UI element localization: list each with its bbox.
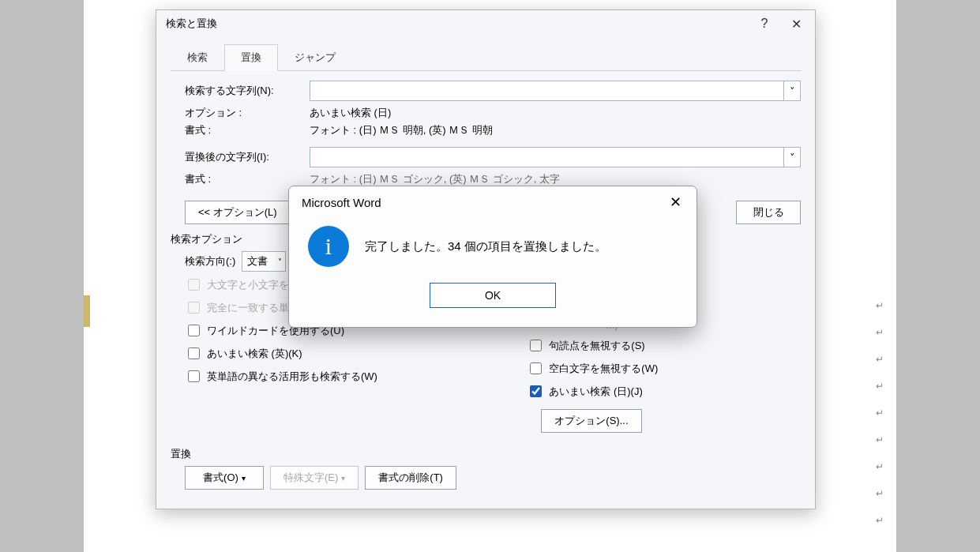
check-fuzzy-jp-label: あいまい検索 (日)(J) xyxy=(549,385,642,399)
tab-strip: 検索 置換 ジャンプ xyxy=(171,43,801,71)
selection-highlight xyxy=(84,295,90,327)
alert-body: i 完了しました。34 個の項目を置換しました。 xyxy=(289,218,697,272)
options-toggle-button[interactable]: << オプション(L) xyxy=(185,201,291,224)
direction-value: 文書 xyxy=(247,254,268,268)
close-dialog-button[interactable]: 閉じる xyxy=(736,201,801,224)
direction-select[interactable]: 文書 ˅ xyxy=(242,251,286,272)
check-fuzzy-jp-box[interactable] xyxy=(530,385,542,397)
check-wildcard-box[interactable] xyxy=(188,325,200,336)
check-whitespace-box[interactable] xyxy=(530,362,542,374)
check-verb-box[interactable] xyxy=(188,370,200,382)
check-verb[interactable]: 英単語の異なる活用形も検索する(W) xyxy=(185,368,385,385)
chevron-down-icon: ˅ xyxy=(278,257,282,266)
special-button: 特殊文字(E) xyxy=(270,466,359,490)
option-label: オプション : xyxy=(185,106,303,120)
check-case-box xyxy=(188,279,200,291)
replace-combo: ˅ xyxy=(310,147,801,167)
dialog-titlebar: 検索と置換 ? ✕ xyxy=(156,10,815,37)
check-fuzzy-en-label: あいまい検索 (英)(K) xyxy=(207,347,302,361)
chevron-down-icon: ˅ xyxy=(790,85,795,97)
format-value: フォント : (日) ＭＳ 明朝, (英) ＭＳ 明朝 xyxy=(310,123,801,137)
check-whitespace-label: 空白文字を無視する(W) xyxy=(549,362,658,376)
fuzzy-options-button[interactable]: オプション(S)... xyxy=(541,409,641,433)
search-field-row: 検索する文字列(N): ˅ xyxy=(185,81,801,101)
format-label: 書式 : xyxy=(185,123,303,137)
tab-replace[interactable]: 置換 xyxy=(224,44,278,71)
dialog-title: 検索と置換 xyxy=(166,17,749,31)
alert-footer: OK xyxy=(289,272,697,327)
option-value: あいまい検索 (日) xyxy=(310,106,801,120)
check-verb-label: 英単語の異なる活用形も検索する(W) xyxy=(207,370,377,384)
check-whitespace[interactable]: 空白文字を無視する(W) xyxy=(527,360,658,377)
replace-section-head: 置換 xyxy=(171,447,801,461)
option-info-line: オプション : あいまい検索 (日) xyxy=(185,106,801,120)
check-fuzzy-en[interactable]: あいまい検索 (英)(K) xyxy=(185,345,385,362)
bottom-button-row: 書式(O) 特殊文字(E) 書式の削除(T) xyxy=(185,466,801,490)
format-info-line: 書式 : フォント : (日) ＭＳ 明朝, (英) ＭＳ 明朝 xyxy=(185,123,801,137)
search-dropdown-arrow[interactable]: ˅ xyxy=(783,81,801,101)
format2-value: フォント : (日) ＭＳ ゴシック, (英) ＭＳ ゴシック, 太字 xyxy=(310,172,801,186)
format2-info-line: 書式 : フォント : (日) ＭＳ ゴシック, (英) ＭＳ ゴシック, 太字 xyxy=(185,172,801,186)
alert-ok-button[interactable]: OK xyxy=(430,283,556,308)
check-fuzzy-en-box[interactable] xyxy=(188,347,200,359)
format-button[interactable]: 書式(O) xyxy=(185,466,264,490)
check-whole-box xyxy=(188,302,200,314)
check-fuzzy-jp[interactable]: あいまい検索 (日)(J) xyxy=(527,383,658,400)
direction-label: 検索方向(:) xyxy=(185,254,235,268)
format2-label: 書式 : xyxy=(185,172,303,186)
tab-search[interactable]: 検索 xyxy=(171,44,224,71)
chevron-down-icon: ˅ xyxy=(790,152,795,163)
paragraph-marks: ↵↵↵↵↵↵↵↵↵ xyxy=(876,292,884,534)
search-input[interactable] xyxy=(310,81,783,101)
replace-input[interactable] xyxy=(310,147,783,167)
alert-close-button[interactable]: ✕ xyxy=(659,190,692,215)
tab-jump[interactable]: ジャンプ xyxy=(278,44,352,71)
check-punct-label: 句読点を無視する(S) xyxy=(549,339,644,353)
alert-title: Microsoft Word xyxy=(302,196,659,209)
replace-field-row: 置換後の文字列(I): ˅ xyxy=(185,147,801,167)
close-button[interactable]: ✕ xyxy=(780,12,812,36)
search-field-label: 検索する文字列(N): xyxy=(185,84,303,98)
clear-format-button[interactable]: 書式の削除(T) xyxy=(365,466,456,490)
alert-message: 完了しました。34 個の項目を置換しました。 xyxy=(365,239,606,254)
replace-field-label: 置換後の文字列(I): xyxy=(185,150,303,164)
help-button[interactable]: ? xyxy=(749,12,780,36)
replace-dropdown-arrow[interactable]: ˅ xyxy=(783,147,801,167)
alert-dialog: Microsoft Word ✕ i 完了しました。34 個の項目を置換しました… xyxy=(288,186,697,328)
info-icon: i xyxy=(308,226,349,267)
check-punct-box[interactable] xyxy=(530,340,542,351)
search-combo: ˅ xyxy=(310,81,801,101)
alert-titlebar: Microsoft Word ✕ xyxy=(289,186,697,218)
check-punct[interactable]: 句読点を無視する(S) xyxy=(527,337,658,354)
